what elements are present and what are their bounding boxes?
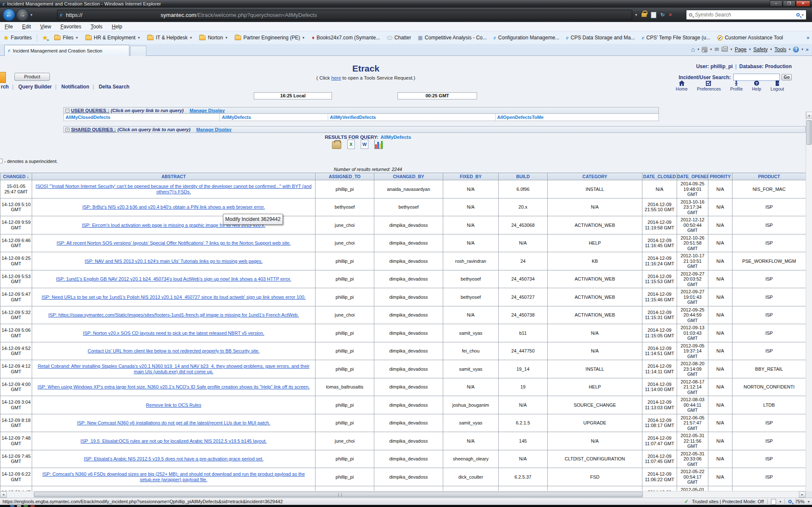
- home-caret-icon[interactable]: ▾: [697, 47, 699, 51]
- col-changed-by[interactable]: CHANGED_BY: [374, 173, 443, 180]
- menu-edit[interactable]: Edit: [20, 23, 33, 30]
- favorite-customer-assistance[interactable]: ✓Customer Assistance Tool: [717, 35, 783, 41]
- incident-search-input[interactable]: [733, 74, 780, 81]
- tools-caret-icon[interactable]: ▾: [789, 47, 790, 51]
- forward-button[interactable]: →: [16, 8, 29, 21]
- rss-feed-icon[interactable]: [702, 47, 708, 52]
- results-query-link[interactable]: AllMyDefects: [381, 135, 411, 140]
- favorite-cps-data-storage[interactable]: eCPS Data Storage and Ma...: [566, 34, 635, 41]
- menu-help[interactable]: Help: [110, 23, 124, 30]
- menu-file[interactable]: File: [3, 23, 14, 30]
- col-fixed-by[interactable]: FIXED_BY: [443, 173, 499, 180]
- recent-pages-caret-icon[interactable]: ▾: [30, 13, 33, 17]
- expand-icon[interactable]: +: [66, 128, 69, 132]
- scroll-up-icon[interactable]: ▲: [806, 112, 812, 118]
- print-caret-icon[interactable]: ▾: [730, 47, 732, 51]
- incident-abstract-link[interactable]: ISP: BrBiz's NIS v20.3 b36 and v20.4 b40…: [82, 204, 265, 209]
- quicklink-logout[interactable]: Logout: [771, 80, 784, 91]
- favorite-files[interactable]: Files▼: [54, 35, 78, 41]
- search-input[interactable]: [695, 12, 796, 18]
- safety-menu[interactable]: Safety: [753, 47, 768, 52]
- tools-menu[interactable]: Tools: [774, 47, 786, 52]
- incident-abstract-link[interactable]: ISP_19.5_Etisalat:OCS rules are not up f…: [80, 438, 266, 444]
- favorite-cps-temp-file[interactable]: eCPS' Temp File Storage (u...: [642, 34, 710, 41]
- scroll-right-icon[interactable]: ►: [799, 491, 806, 498]
- home-icon[interactable]: ⌂: [691, 46, 695, 53]
- page-menu[interactable]: Page: [735, 47, 746, 52]
- incident-abstract-link[interactable]: ISP: Etisalat's Arabic NIS 2012.5 v19.5 …: [84, 456, 263, 461]
- address-dropdown-icon[interactable]: ▾: [635, 13, 637, 17]
- zone-caret-icon[interactable]: ▾: [779, 500, 781, 504]
- collapse-icon[interactable]: −: [66, 109, 69, 113]
- help-icon[interactable]: ?: [793, 47, 799, 52]
- vertical-scrollbar[interactable]: ▲ ▼: [806, 112, 812, 491]
- col-assigned-to[interactable]: ASSIGNED_TO: [315, 173, 374, 180]
- incident-abstract-link[interactable]: [SOS] "'Install Norton Internet Security…: [36, 184, 311, 194]
- menu-favorites[interactable]: Favorites: [59, 23, 83, 30]
- zoom-level[interactable]: 75%: [795, 499, 804, 504]
- safety-caret-icon[interactable]: ▾: [770, 47, 772, 51]
- col-build[interactable]: BUILD: [499, 173, 548, 180]
- scroll-left-icon[interactable]: ◄: [0, 491, 7, 498]
- menu-view[interactable]: View: [38, 23, 53, 30]
- query-allmyverifieddefects[interactable]: AllMyVerifiedDefects: [330, 115, 376, 120]
- incident-abstract-link[interactable]: ISP: 1und1's English GB NAV 2012 v20.1 b…: [56, 276, 291, 281]
- horizontal-scroll-thumb[interactable]: [34, 492, 643, 497]
- menu-tools[interactable]: Tools: [89, 23, 104, 30]
- favorite-competitive-analysis[interactable]: ▦Competitive Analysis - Co...: [418, 35, 487, 41]
- incident-abstract-link[interactable]: ISP: Comcast's N360 v6 FSDs download siz…: [42, 471, 305, 482]
- incident-abstract-link[interactable]: Remove link to OCS Rules: [146, 402, 201, 408]
- favorite-hr-employment[interactable]: HR & Employment▼: [85, 35, 141, 41]
- favorite-chatter[interactable]: Chatter: [387, 35, 411, 41]
- incident-abstract-link[interactable]: ISP: NAV and NIS 2013 v20.1 b24's main U…: [85, 259, 262, 264]
- product-button[interactable]: Product: [14, 73, 50, 81]
- zone-page-icon[interactable]: [771, 499, 776, 504]
- open-folder-icon[interactable]: [332, 141, 341, 149]
- nav-clipped-link[interactable]: rch: [1, 84, 9, 90]
- query-allmycloseddefects[interactable]: AllMyClosedDefects: [66, 115, 110, 120]
- incident-abstract-link[interactable]: Contact Us' URL from client like below i…: [88, 348, 259, 353]
- col-date-opened[interactable]: DATE_OPENED: [677, 173, 708, 180]
- favorite-partner-engineering[interactable]: Partner Engineering (PE)▼: [235, 35, 305, 41]
- incident-abstract-link[interactable]: ISP: New Comcast N360 v6 installations d…: [77, 420, 270, 425]
- address-bar[interactable]: e https:// symantec.com /Etrack/welcome.…: [57, 10, 632, 20]
- favorite-configuration-management[interactable]: eConfiguration Manageme...: [494, 34, 560, 41]
- favorite-it-helpdesk[interactable]: IT & Helpdesk▼: [147, 35, 192, 41]
- manage-display-link-2[interactable]: Manage Display: [196, 127, 231, 132]
- nav-query-builder[interactable]: Query Builder: [18, 84, 52, 90]
- read-mail-icon[interactable]: ✉: [714, 46, 719, 52]
- refresh-icon[interactable]: ↻: [661, 12, 665, 18]
- compatibility-view-icon[interactable]: [651, 12, 656, 18]
- incident-abstract-link[interactable]: ISP: Norton v20.x SOS CD layouts need to…: [83, 331, 264, 336]
- command-overflow-chevron-icon[interactable]: »: [806, 47, 809, 52]
- go-button[interactable]: Go: [782, 74, 792, 80]
- incident-abstract-link[interactable]: ISP: All recent Norton SOS versions' lay…: [57, 240, 291, 245]
- favorites-button[interactable]: ★ Favorites: [3, 34, 32, 41]
- query-allmydefects[interactable]: AllMyDefects: [222, 115, 251, 120]
- search-box[interactable]: ▾: [686, 10, 807, 20]
- quicklink-help[interactable]: ? Help: [752, 80, 761, 91]
- manage-display-link[interactable]: Manage Display: [189, 108, 225, 113]
- help-caret-icon[interactable]: ▾: [801, 47, 803, 51]
- export-excel-icon[interactable]: X: [347, 140, 355, 149]
- incident-abstract-link[interactable]: Retail Cobrand: After installing Staples…: [38, 364, 310, 374]
- col-product[interactable]: PRODUCT: [732, 173, 806, 180]
- tab-incident-management[interactable]: e Incident Management and Creation Secti…: [4, 45, 129, 56]
- quicklink-home[interactable]: Home: [676, 80, 688, 91]
- nav-notification[interactable]: Notification: [61, 84, 89, 90]
- favorites-overflow-chevron-icon[interactable]: »: [807, 35, 809, 41]
- nav-delta-search[interactable]: Delta Search: [99, 84, 129, 90]
- chart-report-icon[interactable]: [374, 140, 383, 149]
- maximize-button[interactable]: ❐: [783, 0, 796, 7]
- export-word-icon[interactable]: W: [361, 140, 368, 149]
- add-favorite-button[interactable]: ★: [42, 34, 48, 41]
- horizontal-scrollbar[interactable]: ◄ ►: [0, 491, 806, 498]
- zoom-magnifier-icon[interactable]: [788, 500, 792, 503]
- security-lock-icon[interactable]: [642, 13, 647, 17]
- search-options-caret-icon[interactable]: ▾: [802, 13, 804, 17]
- col-category[interactable]: CATEGORY: [548, 173, 642, 180]
- query-allopendefectstome[interactable]: AllOpenDefectsToMe: [497, 115, 544, 120]
- incident-abstract-link[interactable]: ISP: Need URLs to be set up for 1und1's …: [41, 295, 305, 300]
- incident-abstract-link[interactable]: ISP: When using Windows XP's extra large…: [38, 384, 310, 389]
- stop-icon[interactable]: ×: [669, 12, 672, 18]
